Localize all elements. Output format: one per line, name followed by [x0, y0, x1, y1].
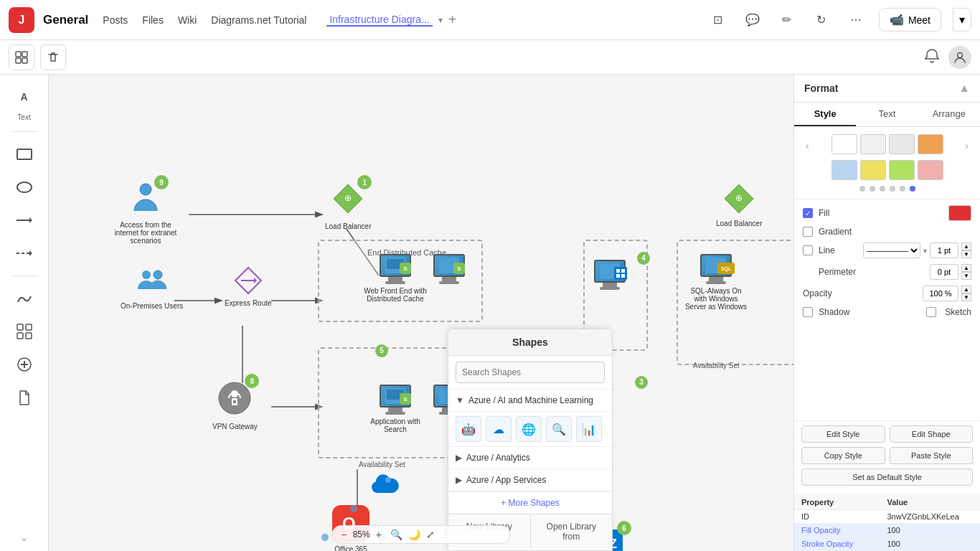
shape-icon-0[interactable]: 🤖 [456, 416, 481, 442]
shadow-checkbox[interactable] [803, 307, 813, 317]
add-tool[interactable] [9, 349, 39, 380]
category-app-services[interactable]: ▶ Azure / App Services [448, 469, 612, 491]
sketch-checkbox[interactable] [926, 307, 936, 317]
line-checkbox[interactable] [803, 245, 813, 255]
node-on-premises[interactable]: On-Premises Users [121, 265, 183, 310]
category-ai-ml[interactable]: ▼ Azure / AI and Machine Learning [448, 390, 612, 412]
node-vpn-gateway[interactable]: 8 VPN Gateway [212, 380, 258, 430]
node-express-route[interactable]: Express Route [225, 265, 272, 307]
node-sql-monitor[interactable]: SQL SQL-Always On with Windows Server as… [684, 254, 748, 311]
refresh-icon-btn[interactable]: ↻ [810, 9, 833, 32]
line-width-input[interactable] [930, 242, 958, 258]
zoom-fullscreen-icon[interactable]: ⤢ [426, 529, 435, 540]
swatch-pink[interactable] [918, 160, 943, 180]
arrow-tool[interactable] [9, 205, 39, 235]
node-azure-cloud[interactable] [370, 473, 399, 498]
nav-posts[interactable]: Posts [103, 14, 128, 26]
paste-style-button[interactable]: Paste Style [890, 447, 974, 464]
swatch-lightgray[interactable] [860, 134, 886, 154]
open-library-button[interactable]: Open Library from [531, 514, 613, 549]
shape-icon-3[interactable]: 🔍 [546, 416, 572, 442]
ellipse-tool[interactable] [9, 172, 39, 202]
shapes-tool[interactable] [9, 316, 39, 347]
opacity-stepper[interactable]: ▲ ▼ [961, 286, 971, 301]
swatch-dot-4[interactable] [900, 186, 905, 192]
swatch-orange[interactable] [918, 134, 943, 154]
shape-icon-1[interactable]: ☁ [486, 416, 512, 442]
swatch-yellow[interactable] [860, 160, 886, 180]
rectangle-tool[interactable] [9, 139, 39, 169]
shape-icon-2[interactable]: 🌐 [516, 416, 542, 442]
line-width-stepper[interactable]: ▲ ▼ [961, 242, 971, 258]
format-tab-style[interactable]: Style [794, 103, 856, 126]
opacity-down[interactable]: ▼ [961, 293, 971, 301]
swatch-dot-3[interactable] [890, 186, 895, 192]
node-load-balancer-1[interactable]: 1 ⊕ Load Balancer [325, 181, 372, 230]
swatch-dot-0[interactable] [859, 186, 865, 192]
chat-icon-btn[interactable]: 💬 [741, 9, 764, 32]
swatch-next-button[interactable]: › [965, 140, 969, 151]
file-tool[interactable] [9, 382, 39, 413]
add-tab-button[interactable]: + [448, 11, 457, 28]
node-web-frontend-2[interactable]: S [433, 254, 465, 284]
freehand-tool[interactable] [9, 283, 39, 314]
nav-files[interactable]: Files [142, 14, 164, 26]
trash-icon-btn[interactable] [40, 44, 66, 70]
line-width-up[interactable]: ▲ [961, 242, 971, 250]
format-tab-text[interactable]: Text [856, 103, 918, 126]
more-icon-btn[interactable]: ⋯ [844, 9, 867, 32]
perimeter-up[interactable]: ▲ [961, 264, 971, 272]
gradient-checkbox[interactable] [803, 227, 813, 237]
zoom-in-button[interactable]: + [376, 529, 382, 540]
meet-dropdown-btn[interactable]: ▾ [953, 8, 971, 32]
dashed-arrow-tool[interactable] [9, 238, 39, 268]
swatch-dot-2[interactable] [880, 186, 885, 192]
active-diagram-tab[interactable]: Infrastructure Diagra... [326, 14, 432, 27]
expand-icon-btn[interactable]: ⊡ [707, 9, 730, 32]
node-windows-monitor[interactable] [594, 260, 626, 290]
set-default-style-button[interactable]: Set as Default Style [801, 468, 973, 486]
sidebar-collapse-chevron[interactable]: ⌄ [19, 530, 29, 544]
swatch-dot-5[interactable] [910, 186, 915, 192]
swatch-white[interactable] [831, 134, 857, 154]
swatch-prev-button[interactable]: ‹ [806, 140, 809, 151]
perimeter-input[interactable] [930, 264, 958, 280]
perimeter-stepper[interactable]: ▲ ▼ [961, 264, 971, 280]
zoom-out-button[interactable]: − [341, 529, 347, 540]
node-load-balancer-2[interactable]: ⊕ Load Balancer [716, 181, 763, 227]
zoom-moon-icon[interactable]: 🌙 [408, 529, 420, 540]
swatch-lightblue[interactable] [831, 160, 857, 180]
swatch-dot-1[interactable] [870, 186, 875, 192]
format-panel-close[interactable]: ▲ [958, 82, 970, 95]
fill-color-picker[interactable] [948, 205, 971, 221]
format-tab-arrange[interactable]: Arrange [918, 103, 980, 126]
copy-style-button[interactable]: Copy Style [801, 447, 885, 464]
opacity-up[interactable]: ▲ [961, 286, 971, 293]
node-web-frontend[interactable]: S Web Front End with Distributed Cache [363, 254, 428, 303]
opacity-input[interactable] [923, 286, 958, 301]
swatch-green[interactable] [889, 160, 915, 180]
node-app-search[interactable]: S Application with Search [363, 385, 428, 433]
meet-button[interactable]: 📹 Meet [879, 8, 941, 32]
zoom-search-icon[interactable]: 🔍 [390, 529, 402, 540]
more-shapes-button[interactable]: + More Shapes [448, 491, 612, 514]
perimeter-down[interactable]: ▼ [961, 272, 971, 280]
line-style-select[interactable]: —————— [863, 242, 920, 258]
edit-shape-button[interactable]: Edit Shape [890, 425, 974, 443]
text-tool[interactable]: A [9, 82, 39, 112]
nav-diagrams-tutorial[interactable]: Diagrams.net Tutorial [211, 14, 306, 26]
canvas-area[interactable]: 9 Access from the internet for extranet … [49, 75, 793, 551]
user-avatar-icon[interactable] [948, 46, 971, 69]
diagram-icon-btn[interactable] [9, 44, 34, 70]
edit-icon-btn[interactable]: ✏ [776, 9, 798, 32]
swatch-gray[interactable] [889, 134, 915, 154]
category-analytics[interactable]: ▶ Azure / Analytics [448, 447, 612, 469]
nav-wiki[interactable]: Wiki [178, 14, 197, 26]
notification-icon[interactable] [924, 48, 940, 67]
tab-dropdown-icon[interactable]: ▾ [438, 15, 443, 25]
shape-icon-4[interactable]: 📊 [576, 416, 602, 442]
shapes-search-input[interactable] [456, 362, 605, 383]
edit-style-button[interactable]: Edit Style [801, 425, 885, 443]
line-width-down[interactable]: ▼ [961, 250, 971, 258]
fill-checkbox[interactable]: ✓ [803, 208, 813, 218]
